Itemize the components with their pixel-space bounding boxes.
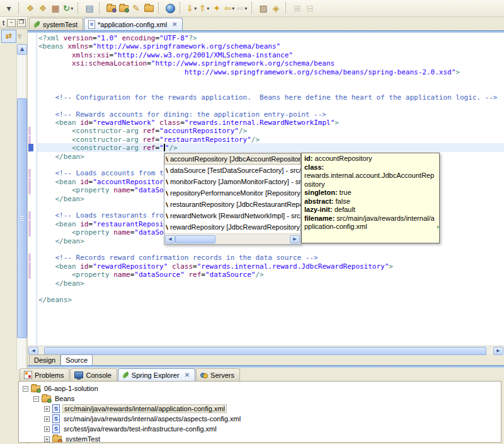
code-line[interactable]: <constructor-arg ref="accountRepository"… xyxy=(38,127,247,135)
content-assist-popup[interactable]: accountRepository [JdbcAccountRepository… xyxy=(164,153,301,245)
page-tab-design[interactable]: Design xyxy=(29,354,60,365)
popup-scroll-left-icon[interactable]: ◀ xyxy=(165,235,175,243)
code-line[interactable]: http://www.springframework.org/schema/be… xyxy=(38,68,460,76)
web-browser-icon[interactable] xyxy=(164,1,176,15)
restore-button[interactable]: ❐ xyxy=(17,19,26,27)
completion-item[interactable]: rewardNetwork [RewardNetworkImpl] - src/… xyxy=(164,210,301,221)
editor-hscroll-thumb[interactable] xyxy=(44,347,486,355)
rail-scrollbar[interactable]: ▲ xyxy=(16,44,26,370)
code-line[interactable]: </bean> xyxy=(38,237,84,245)
code-line[interactable]: <constructor-arg ref=""/> xyxy=(38,144,178,152)
dropdown-caret-icon[interactable]: ▾ xyxy=(207,6,209,11)
code-line[interactable]: <bean id="restaurantReposi xyxy=(38,220,164,228)
editor-tab-systemtest[interactable]: systemTest xyxy=(29,18,83,30)
tooltip-field: abstract: false xyxy=(304,197,437,206)
import-arrow-icon[interactable]: ⇓▾ xyxy=(185,1,198,15)
completion-item[interactable]: restaurantRepository [JdbcRestaurantRepo… xyxy=(164,199,301,210)
expand-all-icon[interactable]: ⊞ xyxy=(291,1,304,15)
minimize-button[interactable]: – xyxy=(7,19,16,27)
collapse-box-icon[interactable]: − xyxy=(23,386,28,392)
edit-pencil-icon[interactable]: ✎ xyxy=(130,1,142,15)
editor-tab-row: systemTestX*application-config.xml✕ xyxy=(28,17,504,30)
view-tab-spring-explorer[interactable]: Spring Explorer✕ xyxy=(118,368,195,381)
tree-row[interactable]: +systemTest xyxy=(44,434,101,443)
expand-box-icon[interactable]: + xyxy=(44,416,50,422)
dropdown-caret-icon[interactable]: ▾ xyxy=(244,6,247,11)
spring-explorer-tree[interactable]: −06-aop-1-solution−Beans+Ssrc/main/java/… xyxy=(18,381,501,443)
code-line[interactable]: <property name="dataSo xyxy=(38,186,164,194)
new-file-icon[interactable]: ▤ xyxy=(83,1,96,15)
tree-row[interactable]: −Beans xyxy=(33,394,76,404)
code-line[interactable]: <property name="dataSo xyxy=(38,228,164,237)
code-line[interactable]: <bean id="accountRepositor xyxy=(38,178,164,186)
scroll-right-icon[interactable]: ▶ xyxy=(493,347,503,355)
code-line[interactable]: <!-- Rewards accounts for dining: the ap… xyxy=(38,110,326,119)
new-spring-project-icon[interactable]: ❖ xyxy=(24,1,37,15)
code-line[interactable]: <!-- Configuration for the rewards appli… xyxy=(38,93,498,102)
new-java-package-icon[interactable]: ▦ xyxy=(49,1,62,15)
code-line[interactable]: <!-- Records reward confirmation records… xyxy=(38,254,318,262)
back-icon[interactable]: ⇦▾ xyxy=(223,1,236,15)
new-spring-project-alt-icon[interactable]: ❖ xyxy=(37,1,49,15)
tree-row[interactable]: +Ssrc/main/java/rewards/internal/applica… xyxy=(44,404,227,414)
dropdown-caret-icon[interactable]: ▾ xyxy=(232,6,234,11)
open-export-folder-icon[interactable] xyxy=(117,1,130,15)
editor-horizontal-scrollbar[interactable]: ◀ ▶ xyxy=(28,346,504,354)
open-folder-icon[interactable] xyxy=(142,1,155,15)
export-arrow-icon[interactable]: ⇑▾ xyxy=(198,1,210,15)
completion-item[interactable]: repositoryPerformanceMonitor [Repository… xyxy=(164,187,301,199)
refresh-icon[interactable]: ↻▾ xyxy=(62,1,74,15)
dropdown-caret-icon[interactable]: ▾ xyxy=(194,6,197,11)
collapse-all-icon[interactable]: ⊟ xyxy=(304,1,316,15)
code-line[interactable]: <constructor-arg ref="restaurantReposito… xyxy=(38,136,260,144)
code-line[interactable]: </bean> xyxy=(38,195,84,203)
annotation-icon[interactable]: ◈ xyxy=(270,1,282,15)
forward-icon[interactable]: ⇨▾ xyxy=(236,1,248,15)
code-line[interactable]: xsi:schemaLocation="http://www.springfra… xyxy=(38,59,335,67)
code-line[interactable]: </bean> xyxy=(38,153,84,161)
rail-scrollbar-thumb[interactable] xyxy=(17,98,27,338)
editor-tab--application-config-xml[interactable]: X*application-config.xml✕ xyxy=(84,18,183,30)
close-icon[interactable]: ✕ xyxy=(185,371,190,378)
code-line[interactable]: xmlns:xsi="http://www.w3.org/2001/XMLSch… xyxy=(38,51,293,59)
popup-hscroll-thumb[interactable] xyxy=(175,235,215,243)
code-line[interactable]: <bean id="rewardRepository" class="rewar… xyxy=(38,262,393,271)
code-line[interactable]: <bean id="rewardNetwork" class="rewards.… xyxy=(38,119,339,127)
code-line[interactable]: <!-- Loads accounts from t xyxy=(38,169,164,177)
collapse-box-icon[interactable]: − xyxy=(33,396,39,402)
tree-row[interactable]: +Ssrc/test/java/rewards/test-infrastruct… xyxy=(44,424,218,434)
code-line[interactable]: <?xml version="1.0" encoding="UTF-8"?> xyxy=(38,34,197,42)
mark-occurrences-icon[interactable]: ▨ xyxy=(257,1,270,15)
expand-box-icon[interactable]: + xyxy=(44,406,50,412)
view-tab-problems[interactable]: Problems xyxy=(20,368,69,381)
scroll-up-icon[interactable]: ▲ xyxy=(17,44,27,55)
last-edit-location-icon[interactable]: ✦ xyxy=(210,1,223,15)
expand-box-icon[interactable]: + xyxy=(44,436,50,442)
page-tab-source[interactable]: Source xyxy=(60,354,93,365)
dropdown-caret-icon[interactable]: ▾ xyxy=(71,6,73,11)
tree-row[interactable]: −06-aop-1-solution xyxy=(23,383,100,394)
link-with-editor-button[interactable]: ⇄ xyxy=(1,30,16,43)
bean-icon xyxy=(166,178,169,184)
completion-item[interactable]: monitorFactory [JamonMonitorFactory] - s… xyxy=(164,176,301,187)
completion-item[interactable]: accountRepository [JdbcAccountRepository… xyxy=(164,153,301,165)
close-icon[interactable]: ✕ xyxy=(172,21,177,28)
completion-item[interactable]: rewardRepository [JdbcRewardRepository] … xyxy=(164,221,301,233)
toolbar-dropdown-icon[interactable]: ▾ xyxy=(3,1,15,15)
popup-scroll-right-icon[interactable]: ▶ xyxy=(290,235,300,243)
popup-horizontal-scrollbar[interactable]: ◀ ▶ xyxy=(164,233,301,244)
tree-row[interactable]: +Ssrc/main/java/rewards/internal/aspects… xyxy=(44,414,242,424)
code-line[interactable]: <beans xmlns="http://www.springframework… xyxy=(38,42,280,50)
code-line[interactable]: </bean> xyxy=(38,279,84,288)
code-line[interactable]: <property name="dataSource" ref="dataSou… xyxy=(38,271,264,279)
tooltip-field: lazy-init: default xyxy=(304,206,437,214)
code-line[interactable]: <!-- Loads restaurants fro xyxy=(38,211,164,219)
open-import-folder-icon[interactable] xyxy=(105,1,117,15)
view-menu-caret-icon[interactable]: ▽ xyxy=(18,33,21,39)
expand-box-icon[interactable]: + xyxy=(44,426,50,432)
view-tab-console[interactable]: Console xyxy=(70,368,117,381)
change-bar xyxy=(28,262,31,271)
completion-item[interactable]: dataSource [TestDataSourceFactory] - src… xyxy=(164,165,301,176)
view-tab-servers[interactable]: Servers xyxy=(196,368,240,381)
code-line[interactable]: </beans> xyxy=(38,296,72,304)
